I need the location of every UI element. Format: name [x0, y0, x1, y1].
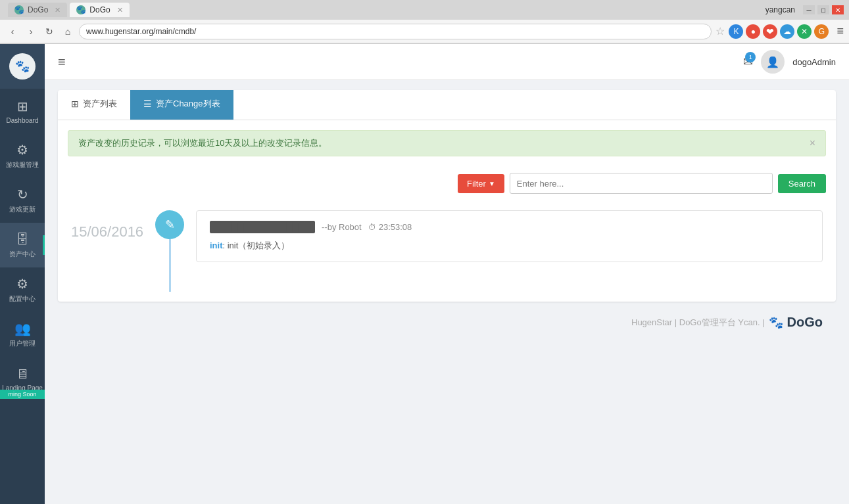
- time-info: ⏱ 23:53:08: [368, 222, 412, 232]
- toolbar-icon-weibo[interactable]: ❤: [763, 24, 777, 39]
- sidebar: 🐾 ⊞ Dashboard ⚙ 游戏服管理 ↻ 游戏更新 🗄 资产中心 ⚙ 配置…: [0, 44, 45, 504]
- toolbar-icon-cloud[interactable]: ☁: [780, 24, 794, 39]
- toolbar-icon-g[interactable]: G: [814, 24, 829, 39]
- timeline-card-header: ████████████████ --by Robot ⏱ 23:53:08: [210, 221, 809, 233]
- sidebar-item-label-asset-center: 资产中心: [9, 250, 36, 259]
- sidebar-item-dashboard[interactable]: ⊞ Dashboard: [0, 89, 45, 133]
- filter-caret-icon: ▼: [489, 180, 495, 187]
- asset-change-list-tab-label: 资产Change列表: [156, 98, 220, 110]
- timeline-center: ✎: [150, 210, 189, 292]
- footer: HugenStar | DoGo管理平台 Ycan. | 🐾 DoGo: [58, 302, 836, 343]
- tab-asset-change-list[interactable]: ☰ 资产Change列表: [130, 90, 233, 120]
- search-input[interactable]: [510, 173, 773, 194]
- asset-list-tab-label: 资产列表: [83, 98, 117, 110]
- asset-change-list-tab-icon: ☰: [143, 99, 152, 109]
- init-value: init（初始录入）: [228, 241, 290, 250]
- app-layout: 🐾 ⊞ Dashboard ⚙ 游戏服管理 ↻ 游戏更新 🗄 资产中心 ⚙ 配置…: [0, 44, 849, 504]
- sidebar-item-user-manage[interactable]: 👥 用户管理: [0, 312, 45, 357]
- search-bar: Filter ▼ Search: [58, 166, 836, 200]
- sidebar-item-landing-page[interactable]: 🖥 Landing Page ming Soon: [0, 357, 45, 401]
- logo-icon: 🐾: [9, 53, 36, 80]
- notification-badge: 1: [745, 52, 756, 62]
- toolbar-icon-o[interactable]: ●: [746, 24, 760, 39]
- sidebar-logo[interactable]: 🐾: [0, 44, 45, 89]
- header-right: ✉ 1 👤 dogoAdmin: [743, 50, 836, 74]
- sidebar-item-label-game-manage: 游戏服管理: [6, 160, 39, 170]
- alert-close-button[interactable]: ×: [810, 137, 815, 149]
- footer-text: HugenStar | DoGo管理平台 Ycan. |: [631, 317, 765, 329]
- home-button[interactable]: ⌂: [61, 24, 75, 39]
- browser-chrome: 🐾 DoGo ✕ 🐾 DoGo ✕ yangcan ─ □ ✕ ‹ › ↻ ⌂ …: [0, 0, 849, 44]
- timeline-date: 15/06/2016: [71, 210, 150, 241]
- timeline-container: 15/06/2016 ✎ ████████████████ --by Robot…: [58, 200, 836, 302]
- timeline-dot: ✎: [155, 210, 184, 239]
- sidebar-item-game-manage[interactable]: ⚙ 游戏服管理: [0, 133, 45, 178]
- tab-close-active-button[interactable]: ✕: [117, 6, 123, 14]
- tabs-container: ⊞ 资产列表 ☰ 资产Change列表: [58, 90, 836, 120]
- sidebar-item-label-config-center: 配置中心: [9, 294, 36, 304]
- toolbar-icon-x[interactable]: ✕: [797, 24, 812, 39]
- tab-favicon-active: 🐾: [76, 5, 85, 14]
- filter-button[interactable]: Filter ▼: [458, 174, 504, 193]
- game-update-icon: ↻: [17, 187, 28, 202]
- tab-asset-list[interactable]: ⊞ 资产列表: [58, 90, 130, 120]
- sidebar-item-label-user-manage: 用户管理: [9, 339, 36, 348]
- main-card: ⊞ 资产列表 ☰ 资产Change列表 资产改变的历史记录，可以浏览最近10天及…: [58, 90, 836, 302]
- clock-icon: ⏱: [368, 223, 376, 232]
- window-controls: ─ □ ✕: [803, 5, 844, 14]
- user-name: dogoAdmin: [792, 57, 836, 67]
- landing-page-icon: 🖥: [16, 367, 29, 382]
- init-line: init: init（初始录入）: [210, 240, 809, 252]
- app-header: ≡ ✉ 1 👤 dogoAdmin: [45, 44, 849, 80]
- asset-center-icon: 🗄: [16, 232, 29, 247]
- browser-tab-active[interactable]: 🐾 DoGo ✕: [70, 3, 129, 17]
- tab-title-active: DoGo: [89, 5, 110, 14]
- game-manage-icon: ⚙: [16, 142, 28, 158]
- sidebar-item-config-center[interactable]: ⚙ 配置中心: [0, 267, 45, 312]
- footer-paw-icon: 🐾: [769, 315, 783, 330]
- close-button[interactable]: ✕: [832, 5, 844, 14]
- avatar: 👤: [761, 50, 785, 74]
- browser-titlebar: 🐾 DoGo ✕ 🐾 DoGo ✕ yangcan ─ □ ✕: [0, 0, 849, 20]
- browser-toolbar: ‹ › ↻ ⌂ ☆ K ● ❤ ☁ ✕ G ≡: [0, 20, 849, 43]
- asset-list-tab-icon: ⊞: [71, 99, 79, 109]
- sidebar-item-label-game-update: 游戏更新: [9, 205, 36, 214]
- sidebar-item-asset-center[interactable]: 🗄 资产中心: [0, 223, 45, 267]
- dashboard-icon: ⊞: [17, 99, 28, 114]
- minimize-button[interactable]: ─: [803, 5, 815, 14]
- tab-close-button[interactable]: ✕: [55, 6, 61, 14]
- alert-message: 资产改变的历史记录，可以浏览最近10天及以上的改变记录信息。: [78, 137, 327, 149]
- toolbar-icon-k[interactable]: K: [729, 24, 743, 39]
- entry-time: 23:53:08: [379, 222, 412, 232]
- redacted-hostname: ████████████████: [210, 221, 315, 233]
- content-area: ⊞ 资产列表 ☰ 资产Change列表 资产改变的历史记录，可以浏览最近10天及…: [45, 80, 849, 353]
- footer-logo: DoGo: [787, 315, 823, 330]
- info-alert: 资产改变的历史记录，可以浏览最近10天及以上的改变记录信息。 ×: [68, 130, 826, 156]
- filter-label: Filter: [467, 179, 486, 189]
- sidebar-item-label-dashboard: Dashboard: [7, 117, 39, 124]
- notification-button[interactable]: ✉ 1: [743, 55, 753, 69]
- tab-title: DoGo: [28, 5, 48, 14]
- browser-toolbar-icons: K ● ❤ ☁ ✕ G: [729, 24, 829, 39]
- browser-menu-button[interactable]: ≡: [837, 24, 844, 38]
- tab-favicon: 🐾: [14, 5, 24, 14]
- by-robot-text: --by Robot: [322, 222, 362, 232]
- bookmark-icon[interactable]: ☆: [716, 25, 725, 37]
- timeline-line: [169, 239, 171, 292]
- config-center-icon: ⚙: [16, 276, 28, 292]
- forward-button[interactable]: ›: [24, 24, 38, 39]
- hamburger-button[interactable]: ≡: [58, 55, 66, 70]
- window-user-label: yangcan: [765, 5, 795, 14]
- coming-soon-badge: ming Soon: [0, 390, 45, 399]
- address-bar[interactable]: [79, 24, 712, 39]
- sidebar-item-game-update[interactable]: ↻ 游戏更新: [0, 178, 45, 223]
- user-manage-icon: 👥: [14, 321, 31, 336]
- back-button[interactable]: ‹: [5, 24, 20, 39]
- main-content: ≡ ✉ 1 👤 dogoAdmin ⊞ 资产列表: [45, 44, 849, 504]
- maximize-button[interactable]: □: [817, 5, 829, 14]
- reload-button[interactable]: ↻: [42, 24, 57, 39]
- search-button[interactable]: Search: [778, 174, 826, 193]
- init-key-label: init: [210, 241, 223, 250]
- browser-tab-inactive[interactable]: 🐾 DoGo ✕: [8, 3, 67, 17]
- timeline-row: 15/06/2016 ✎ ████████████████ --by Robot…: [71, 210, 823, 292]
